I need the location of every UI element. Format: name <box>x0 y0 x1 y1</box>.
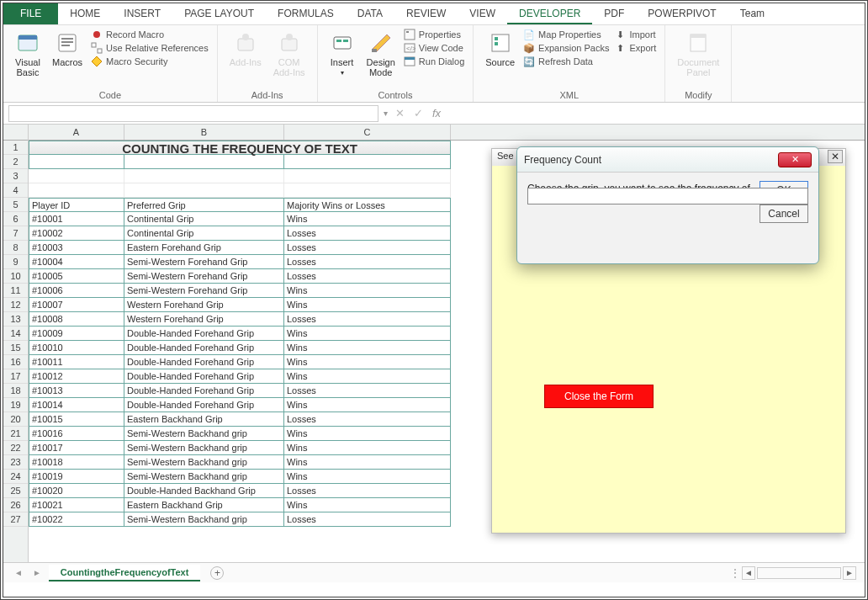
macro-security-button[interactable]: Macro Security <box>91 56 209 67</box>
cell-result[interactable]: Losses <box>284 241 451 255</box>
cell-preferred-grip[interactable]: Semi-Western Backhand grip <box>124 441 284 455</box>
enter-formula-icon[interactable]: ✓ <box>410 107 426 119</box>
formula-input[interactable] <box>448 105 865 122</box>
sheet-title[interactable]: COUNTING THE FREQUENCY OF TEXT <box>29 141 451 155</box>
row-header[interactable]: 2 <box>3 155 28 169</box>
cell-result[interactable]: Losses <box>284 484 451 498</box>
cell-player-id[interactable]: #10017 <box>29 441 124 455</box>
row-header[interactable]: 8 <box>3 241 28 255</box>
sheet-nav-next-icon[interactable]: ► <box>30 568 44 577</box>
cell-preferred-grip[interactable]: Continental Grip <box>124 226 284 241</box>
cell-player-id[interactable]: #10018 <box>29 455 124 470</box>
cell-player-id[interactable]: #10002 <box>29 226 124 241</box>
cell-player-id[interactable]: #10014 <box>29 398 124 412</box>
dialog-close-button[interactable]: ✕ <box>778 152 812 167</box>
cell-preferred-grip[interactable]: Continental Grip <box>124 212 284 226</box>
cell-preferred-grip[interactable]: Western Forehand Grip <box>124 312 284 327</box>
import-button[interactable]: ⬇Import <box>615 29 657 40</box>
expansion-packs-button[interactable]: 📦Expansion Packs <box>523 42 609 54</box>
col-header-a[interactable]: A <box>29 125 124 140</box>
row-header[interactable]: 7 <box>3 226 28 241</box>
design-mode-button[interactable]: Design Mode <box>363 29 399 79</box>
com-addins-button[interactable]: COM Add-Ins <box>270 29 309 79</box>
cell-player-id[interactable]: #10021 <box>29 498 124 512</box>
cell-preferred-grip[interactable]: Semi-Western Forehand Grip <box>124 284 284 298</box>
cell-preferred-grip[interactable]: Semi-Western Backhand grip <box>124 512 284 527</box>
row-header[interactable]: 20 <box>3 412 28 427</box>
close-form-button[interactable]: Close the Form <box>544 385 654 408</box>
properties-button[interactable]: Properties <box>404 29 464 40</box>
cell-player-id[interactable]: #10015 <box>29 412 124 427</box>
cell-preferred-grip[interactable]: Double-Handed Forehand Grip <box>124 341 284 355</box>
tab-view[interactable]: VIEW <box>458 3 507 24</box>
row-header[interactable]: 11 <box>3 284 28 298</box>
row-header[interactable]: 5 <box>3 198 28 212</box>
dialog-input[interactable] <box>527 188 808 204</box>
cell-preferred-grip[interactable]: Double-Handed Forehand Grip <box>124 355 284 369</box>
cell-result[interactable]: Wins <box>284 284 451 298</box>
tab-pdf[interactable]: PDF <box>592 3 636 24</box>
visual-basic-button[interactable]: Visual Basic <box>12 29 44 79</box>
cell-player-id[interactable]: #10004 <box>29 255 124 269</box>
cell-player-id[interactable]: #10022 <box>29 512 124 527</box>
row-header[interactable]: 10 <box>3 269 28 284</box>
cell-preferred-grip[interactable]: Semi-Western Backhand grip <box>124 427 284 441</box>
cell-preferred-grip[interactable]: Eastern Forehand Grip <box>124 241 284 255</box>
document-panel-button[interactable]: Document Panel <box>674 29 722 79</box>
row-header[interactable]: 9 <box>3 255 28 269</box>
row-header[interactable]: 25 <box>3 484 28 498</box>
cell-result[interactable]: Losses <box>284 226 451 241</box>
row-header[interactable]: 21 <box>3 427 28 441</box>
row-header[interactable]: 4 <box>3 183 28 198</box>
row-header[interactable]: 26 <box>3 498 28 512</box>
row-header[interactable]: 13 <box>3 312 28 327</box>
cell-player-id[interactable]: #10013 <box>29 384 124 398</box>
cell-result[interactable]: Wins <box>284 455 451 470</box>
row-header[interactable]: 14 <box>3 327 28 341</box>
source-button[interactable]: Source <box>482 29 518 69</box>
cell-preferred-grip[interactable]: Semi-Western Forehand Grip <box>124 269 284 284</box>
cell-player-id[interactable]: #10016 <box>29 427 124 441</box>
run-dialog-button[interactable]: Run Dialog <box>404 56 464 67</box>
sheet-tab[interactable]: CountingtheFrequencyofText <box>49 565 201 581</box>
tab-page-layout[interactable]: PAGE LAYOUT <box>172 3 266 24</box>
cell-result[interactable]: Wins <box>284 498 451 512</box>
row-header[interactable]: 15 <box>3 341 28 355</box>
hscroll-right-icon[interactable]: ► <box>843 566 856 580</box>
cell-player-id[interactable]: #10020 <box>29 484 124 498</box>
view-code-button[interactable]: </>View Code <box>404 42 464 54</box>
tab-powerpivot[interactable]: POWERPIVOT <box>636 3 728 24</box>
row-header[interactable]: 23 <box>3 455 28 470</box>
row-header[interactable]: 22 <box>3 441 28 455</box>
cell-player-id[interactable]: #10009 <box>29 327 124 341</box>
header-majority[interactable]: Majority Wins or Losses <box>284 198 451 212</box>
fx-icon[interactable]: fx <box>428 107 445 119</box>
cell-player-id[interactable]: #10007 <box>29 298 124 312</box>
cancel-formula-icon[interactable]: ✕ <box>391 107 408 119</box>
record-macro-button[interactable]: Record Macro <box>91 29 209 40</box>
cell-result[interactable]: Wins <box>284 327 451 341</box>
cell-result[interactable]: Wins <box>284 298 451 312</box>
cell-player-id[interactable]: #10003 <box>29 241 124 255</box>
row-header[interactable]: 19 <box>3 398 28 412</box>
cell-result[interactable]: Wins <box>284 398 451 412</box>
row-header[interactable]: 24 <box>3 470 28 484</box>
row-header[interactable]: 18 <box>3 384 28 398</box>
dialog-cancel-button[interactable]: Cancel <box>760 204 808 223</box>
cell-player-id[interactable]: #10012 <box>29 369 124 384</box>
user-form-close-icon[interactable]: ✕ <box>828 150 843 163</box>
cell-player-id[interactable]: #10001 <box>29 212 124 226</box>
header-preferred-grip[interactable]: Preferred Grip <box>124 198 284 212</box>
cell-result[interactable]: Losses <box>284 269 451 284</box>
cell-preferred-grip[interactable]: Eastern Backhand Grip <box>124 412 284 427</box>
refresh-data-button[interactable]: 🔄Refresh Data <box>523 56 609 67</box>
cell-preferred-grip[interactable]: Semi-Western Backhand grip <box>124 470 284 484</box>
tab-insert[interactable]: INSERT <box>112 3 172 24</box>
row-header[interactable]: 12 <box>3 298 28 312</box>
cell-result[interactable]: Wins <box>284 212 451 226</box>
row-header[interactable]: 16 <box>3 355 28 369</box>
row-header[interactable]: 3 <box>3 169 28 183</box>
header-player-id[interactable]: Player ID <box>29 198 124 212</box>
cell-result[interactable]: Wins <box>284 427 451 441</box>
row-header[interactable]: 27 <box>3 512 28 527</box>
